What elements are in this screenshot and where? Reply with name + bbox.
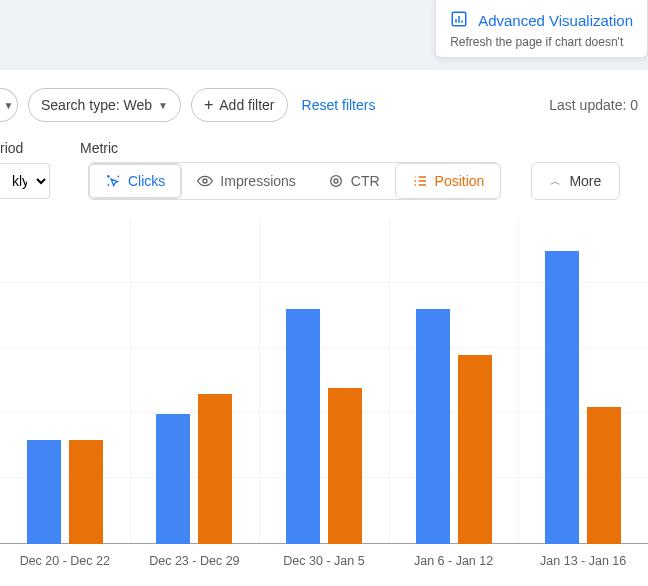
bar-position[interactable] [458,355,492,544]
caret-down-icon: ▼ [4,100,14,111]
metric-label: Clicks [128,173,165,189]
svg-point-6 [334,179,338,183]
reset-filters-link[interactable]: Reset filters [302,97,376,113]
add-filter-label: Add filter [219,97,274,113]
search-type-pill[interactable]: Search type: Web ▼ [28,88,181,122]
period-section-label: riod [0,140,80,156]
metric-toggle-group: Clicks Impressions CTR Position [88,162,501,200]
metric-clicks-button[interactable]: Clicks [88,163,182,199]
bar-clicks[interactable] [416,309,450,544]
x-axis-tick-label: Dec 30 - Jan 5 [259,544,389,578]
x-axis-tick-label: Jan 13 - Jan 16 [518,544,648,578]
bar-clicks[interactable] [286,309,320,544]
bar-position[interactable] [198,394,232,544]
metric-section-label: Metric [80,140,118,156]
metric-impressions-button[interactable]: Impressions [181,163,311,199]
svg-point-4 [203,179,207,183]
bar-position[interactable] [587,407,621,544]
advanced-visualization-subtitle: Refresh the page if chart doesn't [450,35,633,49]
header-band: Advanced Visualization Refresh the page … [0,0,648,70]
search-type-label: Search type: Web [41,97,152,113]
advanced-visualization-card: Advanced Visualization Refresh the page … [435,0,648,58]
filter-toolbar: ▼ Search type: Web ▼ + Add filter Reset … [0,70,648,140]
bar-clicks[interactable] [156,414,190,544]
x-axis-tick-label: Jan 6 - Jan 12 [389,544,519,578]
date-range-pill-partial[interactable]: ▼ [0,88,18,122]
plus-icon: + [204,97,213,113]
metric-label: CTR [351,173,380,189]
more-label: More [569,173,601,189]
bar-position[interactable] [69,440,103,544]
svg-point-5 [330,176,341,187]
chevron-up-icon: ︿ [550,174,561,189]
period-select[interactable]: kly [0,163,50,199]
advanced-visualization-title[interactable]: Advanced Visualization [478,12,633,29]
chart-bucket [518,218,648,544]
metric-more-button[interactable]: ︿ More [531,162,620,200]
list-ordered-icon [412,173,428,189]
x-axis-tick-label: Dec 20 - Dec 22 [0,544,130,578]
add-filter-button[interactable]: + Add filter [191,88,288,122]
bar-clicks[interactable] [27,440,61,544]
bar-clicks[interactable] [545,251,579,544]
bar-chart: Dec 20 - Dec 22Dec 23 - Dec 29Dec 30 - J… [0,218,648,578]
cursor-click-icon [105,173,121,189]
metric-position-button[interactable]: Position [395,163,502,199]
chart-x-axis-labels: Dec 20 - Dec 22Dec 23 - Dec 29Dec 30 - J… [0,544,648,578]
chart-bucket [0,218,130,544]
chart-plot-area [0,218,648,544]
x-axis-tick-label: Dec 23 - Dec 29 [130,544,260,578]
chart-icon [450,10,468,31]
eye-icon [197,173,213,189]
chart-bucket [389,218,519,544]
target-icon [328,173,344,189]
bar-position[interactable] [328,388,362,544]
controls-row: kly Clicks Impressions CTR Position [0,162,648,218]
metric-ctr-button[interactable]: CTR [312,163,396,199]
chart-bucket [130,218,260,544]
metric-label: Impressions [220,173,295,189]
caret-down-icon: ▼ [158,100,168,111]
metric-label: Position [435,173,485,189]
chart-bucket [259,218,389,544]
last-update-text: Last update: 0 [549,97,638,113]
